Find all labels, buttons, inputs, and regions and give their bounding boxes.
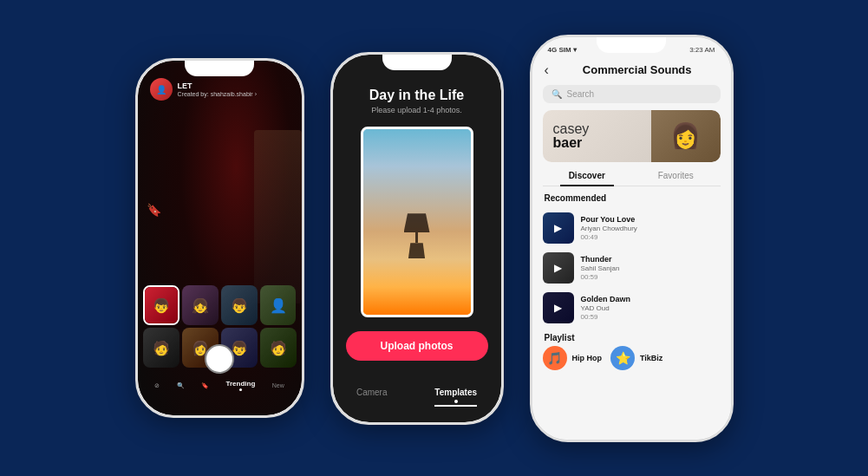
- p3-track-1-play-icon: ▶: [554, 222, 562, 234]
- p3-track-3-duration: 00:59: [581, 313, 721, 321]
- p2-tab-dot: [454, 400, 458, 403]
- p2-dripper-base: [407, 243, 427, 258]
- phone1-notch: [185, 61, 254, 76]
- p1-grid-row-1: 👦 👧 👦 👤: [143, 285, 297, 325]
- phone-1: 👤 LET Created by: shahzaib.shabir › 🔖 👦: [135, 58, 304, 418]
- p1-nav: ⊘ 🔍 🔖 Trending New: [138, 380, 302, 391]
- p3-playlist-hiphop[interactable]: 🎵 Hip Hop: [543, 346, 603, 370]
- phone1-screen: 👤 LET Created by: shahzaib.shabir › 🔖 👦: [138, 61, 302, 415]
- p3-track-1-info: Pour You Love Ariyan Chowdhury 00:49: [581, 215, 721, 241]
- p2-dripper-top: [404, 213, 430, 232]
- p2-tab-camera[interactable]: Camera: [356, 388, 388, 407]
- p3-time: 3:23 AM: [689, 46, 715, 54]
- p3-track-1-artist: Ariyan Chowdhury: [581, 225, 721, 232]
- p3-track-1-name: Pour You Love: [581, 215, 721, 224]
- p3-track-2-name: Thunder: [581, 255, 721, 264]
- p1-nav-new[interactable]: New: [272, 382, 284, 388]
- p3-playlist-tikbiz[interactable]: ⭐ TikBiz: [610, 346, 662, 370]
- p1-nav-trending[interactable]: Trending: [226, 380, 256, 391]
- p3-back-button[interactable]: ‹: [545, 62, 549, 78]
- p3-playlist-hiphop-icon: 🎵: [543, 346, 567, 370]
- p2-photo-inner: [363, 129, 471, 315]
- p1-thumb-4[interactable]: 👤: [260, 285, 297, 325]
- p3-banner: casey baer 👩: [543, 110, 721, 162]
- p3-track-1-thumb: ▶: [543, 212, 574, 244]
- p3-tab-discover[interactable]: Discover: [543, 171, 632, 186]
- p3-track-list: ▶ Pour You Love Ariyan Chowdhury 00:49 ▶…: [532, 208, 731, 328]
- p3-track-2[interactable]: ▶ Thunder Sahil Sanjan 00:59: [543, 248, 721, 288]
- p1-right-thumbnail: [254, 130, 302, 303]
- p3-playlist-title: Playlist: [532, 328, 731, 346]
- phone2-screen: Day in the Life Please upload 1-4 photos…: [333, 55, 501, 422]
- p3-banner-last-name: baer: [553, 136, 590, 150]
- p1-nav-block[interactable]: ⊘: [154, 382, 160, 389]
- phone-3: 4G SIM ▾ 3:23 AM ‹ Commercial Sounds 🔍 S…: [530, 35, 734, 442]
- p3-recommended-title: Recommended: [532, 193, 731, 208]
- p3-track-3-info: Golden Dawn YAD Oud 00:59: [581, 295, 721, 321]
- p3-track-3-play-icon: ▶: [554, 302, 562, 314]
- phone2-notch: [382, 55, 452, 70]
- phone-2: Day in the Life Please upload 1-4 photos…: [330, 52, 504, 425]
- p3-track-2-artist: Sahil Sanjan: [581, 264, 721, 272]
- p3-playlist-tikbiz-label: TikBiz: [640, 354, 662, 362]
- p1-nav-search[interactable]: 🔍: [177, 382, 185, 389]
- p3-track-2-info: Thunder Sahil Sanjan 00:59: [581, 255, 721, 281]
- p3-track-1[interactable]: ▶ Pour You Love Ariyan Chowdhury 00:49: [543, 208, 721, 248]
- phone3-screen: 4G SIM ▾ 3:23 AM ‹ Commercial Sounds 🔍 S…: [532, 37, 731, 440]
- p1-thumb-8[interactable]: 🧑: [260, 328, 297, 368]
- p2-bottom-tabs: Camera Templates: [333, 388, 501, 407]
- p3-tab-favorites[interactable]: Favorites: [631, 171, 721, 186]
- p2-title: Day in the Life: [369, 88, 464, 103]
- p2-upload-button[interactable]: Upload photos: [346, 331, 488, 361]
- p3-track-2-play: ▶: [543, 252, 574, 284]
- p1-thumb-2[interactable]: 👧: [182, 285, 219, 325]
- p3-track-2-thumb: ▶: [543, 252, 574, 284]
- p1-nav-bookmark[interactable]: 🔖: [201, 382, 209, 389]
- p3-track-2-duration: 00:59: [581, 273, 721, 281]
- p3-playlist-hiphop-label: Hip Hop: [572, 354, 603, 362]
- p3-track-3[interactable]: ▶ Golden Dawn YAD Oud 00:59: [543, 288, 721, 328]
- p3-search-bar[interactable]: 🔍 Search: [543, 85, 721, 103]
- p1-avatar: 👤: [150, 78, 173, 101]
- p3-header-row: ‹ Commercial Sounds: [532, 57, 731, 85]
- p3-track-1-duration: 00:49: [581, 233, 721, 241]
- p3-playlist-row: 🎵 Hip Hop ⭐ TikBiz: [532, 346, 731, 370]
- p3-track-3-thumb: ▶: [543, 292, 574, 323]
- p2-photo-frame: [361, 127, 473, 317]
- p1-header: 👤 LET Created by: shahzaib.shabir ›: [150, 78, 257, 101]
- p3-playlist-tikbiz-icon: ⭐: [610, 346, 635, 370]
- p3-track-3-artist: YAD Oud: [581, 304, 721, 312]
- p1-thumb-5[interactable]: 🧑: [143, 328, 179, 368]
- p3-search-placeholder: Search: [567, 89, 595, 99]
- p3-track-1-play: ▶: [543, 212, 574, 244]
- p3-banner-first-name: casey: [553, 122, 590, 136]
- p1-creator: Created by: shahzaib.shabir ›: [178, 91, 257, 97]
- p3-banner-text: casey baer: [553, 122, 590, 150]
- p1-thumb-selected[interactable]: 👦: [143, 285, 179, 325]
- p3-track-2-play-icon: ▶: [554, 262, 562, 274]
- p1-header-text: LET Created by: shahzaib.shabir ›: [178, 82, 257, 97]
- phone3-notch: [597, 37, 666, 53]
- p2-coffee-silhouette: [404, 213, 430, 258]
- p1-title: LET: [178, 82, 257, 91]
- p1-trending-dot: [239, 388, 242, 391]
- p3-track-3-name: Golden Dawn: [581, 295, 721, 303]
- p2-tab-templates[interactable]: Templates: [434, 388, 477, 407]
- p3-search-icon: 🔍: [551, 89, 562, 99]
- p3-banner-image: 👩: [651, 110, 721, 162]
- p3-discover-tabs: Discover Favorites: [543, 171, 721, 186]
- p3-header-title: Commercial Sounds: [556, 63, 719, 76]
- p1-bookmark-icon: 🔖: [147, 203, 161, 217]
- p2-subtitle: Please upload 1-4 photos.: [371, 106, 462, 114]
- p1-thumb-3[interactable]: 👦: [221, 285, 258, 325]
- p1-shutter-button[interactable]: [205, 344, 234, 374]
- p2-dripper-stand: [415, 232, 418, 243]
- p3-signal: 4G SIM ▾: [548, 46, 577, 54]
- p3-track-3-play: ▶: [543, 292, 574, 323]
